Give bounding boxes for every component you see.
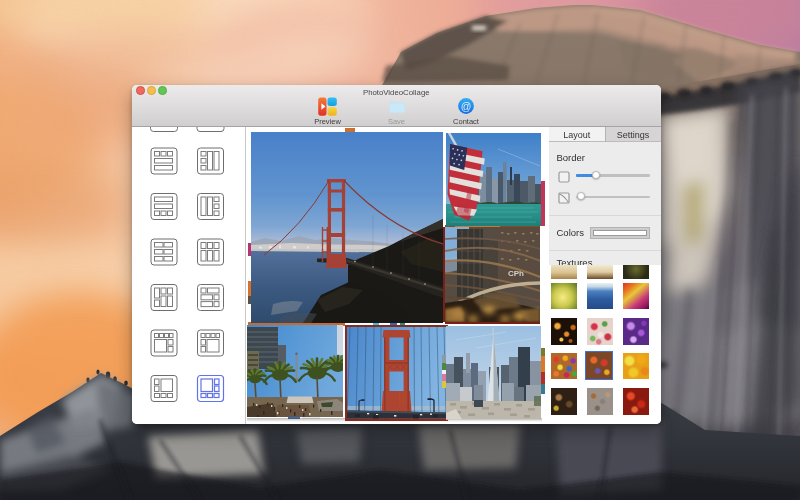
svg-text:@: @ [461, 100, 472, 112]
